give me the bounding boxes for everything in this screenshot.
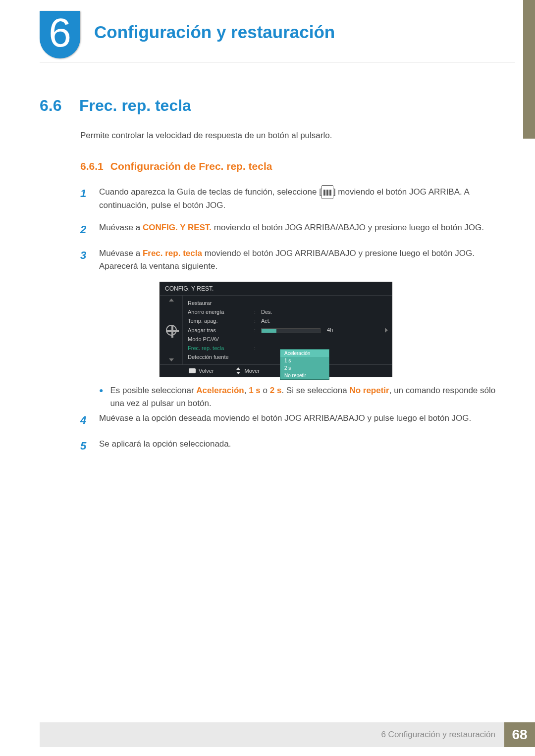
osd-label: Apagar tras — [188, 327, 251, 333]
section-title: Frec. rep. tecla — [79, 97, 191, 115]
osd-screenshot: CONFIG. Y REST. Restaurar Ahorro energía… — [160, 282, 392, 377]
step-number: 4 — [80, 412, 90, 429]
arrow-down-icon — [169, 358, 174, 361]
chevron-right-icon — [385, 328, 388, 333]
steps-list: 1 Cuando aparezca la Guía de teclas de f… — [80, 185, 505, 454]
colon: : — [254, 327, 258, 333]
osd-value: 4h — [261, 327, 387, 333]
osd-value: Des. — [261, 309, 387, 315]
step-body: Cuando aparezca la Guía de teclas de fun… — [99, 185, 505, 212]
text: Es posible seleccionar — [110, 386, 196, 395]
osd-row-apagar: Apagar tras : 4h — [183, 325, 392, 334]
page-header: 6 Configuración y restauración — [0, 0, 535, 10]
osd-value: Act. — [261, 318, 387, 324]
slider-value: 4h — [327, 327, 333, 333]
arrow-up-icon — [169, 299, 174, 302]
text: Cuando aparezca la Guía de teclas de fun… — [99, 187, 321, 197]
bullet-note: ● Es posible seleccionar Aceleración, 1 … — [99, 384, 505, 410]
back-key-icon — [189, 368, 196, 373]
step-number: 5 — [80, 438, 90, 454]
header-divider — [40, 62, 515, 62]
osd-label: Detección fuente — [188, 354, 251, 360]
osd-label: Frec. rep. tecla — [188, 345, 251, 351]
osd-hint-label: Volver — [199, 368, 214, 374]
section-heading: 6.6 Frec. rep. tecla — [40, 97, 505, 115]
osd-hint-volver: Volver — [189, 367, 214, 374]
text: . Si se selecciona — [281, 386, 349, 395]
highlight: Aceleración — [196, 386, 244, 395]
gear-icon — [166, 325, 177, 336]
slider-icon — [261, 328, 321, 333]
step-2: 2 Muévase a CONFIG. Y REST. moviendo el … — [80, 221, 505, 238]
osd-title: CONFIG. Y REST. — [160, 282, 392, 296]
step-number: 1 — [80, 185, 90, 212]
page-footer: 6 Configuración y restauración 68 — [40, 722, 535, 747]
osd-label: Modo PC/AV — [188, 336, 251, 342]
highlight: Frec. rep. tecla — [143, 249, 202, 258]
osd-hint-label: Mover — [245, 368, 260, 374]
text: Muévase a — [99, 249, 143, 258]
bullet-icon: ● — [99, 384, 103, 410]
osd-dropdown-option: 2 s — [280, 364, 329, 372]
osd-dropdown-option: No repetir — [280, 372, 329, 379]
osd-dropdown-option: Aceleración — [280, 350, 329, 357]
osd-row-ahorro: Ahorro energía : Des. — [183, 307, 392, 316]
text: Muévase a — [99, 223, 143, 232]
content-area: 6.6 Frec. rep. tecla Permite controlar l… — [40, 92, 505, 463]
footer-breadcrumb: 6 Configuración y restauración — [40, 722, 504, 747]
bullet-body: Es posible seleccionar Aceleración, 1 s … — [110, 384, 505, 410]
step-4: 4 Muévase a la opción deseada moviendo e… — [80, 412, 505, 429]
page-number: 68 — [504, 722, 535, 747]
osd-label: Restaurar — [188, 300, 251, 306]
osd-side-icon-panel — [160, 296, 183, 364]
step-1: 1 Cuando aparezca la Guía de teclas de f… — [80, 185, 505, 212]
text: , — [244, 386, 249, 395]
osd-label: Temp. apag. — [188, 318, 251, 324]
section-number: 6.6 — [40, 97, 79, 115]
colon: : — [254, 309, 258, 315]
step-5: 5 Se aplicará la opción seleccionada. — [80, 438, 505, 454]
osd-row-modo: Modo PC/AV — [183, 335, 392, 344]
step-body: Muévase a Frec. rep. tecla moviendo el b… — [99, 247, 505, 273]
subsection-number: 6.6.1 — [80, 160, 104, 172]
colon: : — [254, 345, 258, 351]
subsection-heading: 6.6.1 Configuración de Frec. rep. tecla — [80, 160, 505, 172]
osd-body: Restaurar Ahorro energía : Des. Temp. ap… — [160, 296, 392, 364]
menu-icon — [321, 185, 333, 199]
highlight: 1 s — [249, 386, 261, 395]
step-number: 3 — [80, 247, 90, 273]
subsection-title: Configuración de Frec. rep. tecla — [110, 160, 272, 172]
updown-key-icon — [235, 367, 242, 374]
osd-row-restaurar: Restaurar — [183, 299, 392, 307]
step-body: Muévase a CONFIG. Y REST. moviendo el bo… — [99, 221, 505, 238]
chapter-title: Configuración y restauración — [94, 22, 335, 42]
step-body: Muévase a la opción deseada moviendo el … — [99, 412, 505, 429]
step-body: Se aplicará la opción seleccionada. — [99, 438, 505, 454]
osd-dropdown: Aceleración 1 s 2 s No repetir — [280, 349, 329, 380]
osd-footer: Volver Mover Intro — [160, 364, 392, 377]
osd-row-temp: Temp. apag. : Act. — [183, 316, 392, 325]
text: moviendo el botón JOG ARRIBA/ABAJO y pre… — [212, 223, 484, 232]
highlight: 2 s — [270, 386, 282, 395]
text: o — [261, 386, 270, 395]
highlight: CONFIG. Y REST. — [143, 223, 212, 232]
step-3: 3 Muévase a Frec. rep. tecla moviendo el… — [80, 247, 505, 273]
colon: : — [254, 318, 258, 324]
sidebar-accent — [523, 0, 535, 139]
step-number: 2 — [80, 221, 90, 238]
highlight: No repetir — [349, 386, 389, 395]
section-intro: Permite controlar la velocidad de respue… — [80, 131, 505, 141]
chapter-number-badge: 6 — [40, 11, 80, 58]
osd-label: Ahorro energía — [188, 309, 251, 315]
osd-menu-list: Restaurar Ahorro energía : Des. Temp. ap… — [183, 296, 392, 364]
osd-hint-mover: Mover — [235, 367, 260, 374]
osd-dropdown-option: 1 s — [280, 357, 329, 364]
